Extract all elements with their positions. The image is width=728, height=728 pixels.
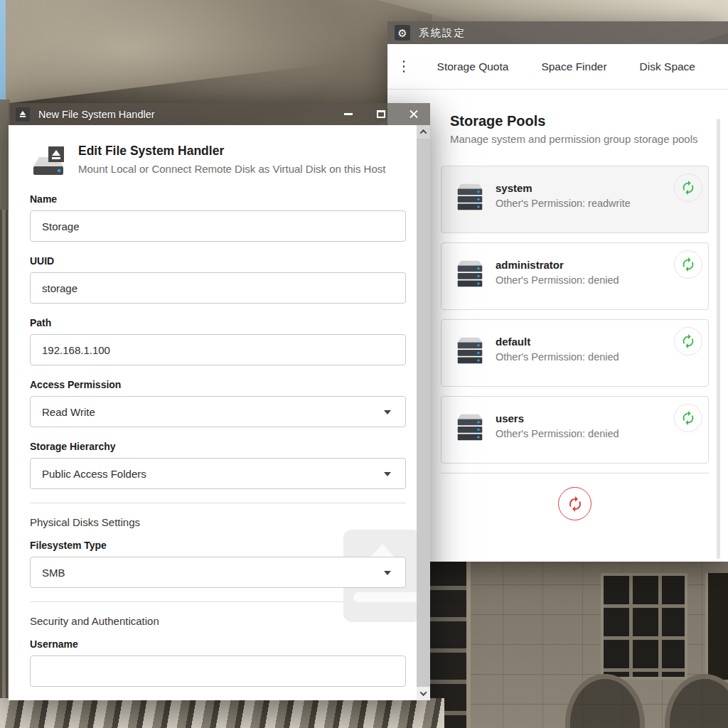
divider <box>30 503 406 503</box>
building-window <box>601 573 687 680</box>
pool-name: default <box>496 336 619 348</box>
settings-titlebar[interactable]: ⚙ 系統設定 <box>387 21 728 44</box>
storage-pool-card[interactable]: default Other's Permission: denied <box>441 319 709 387</box>
storage-hierarchy-label: Storage Hierarchy <box>30 441 406 452</box>
storage-pools-panel: Storage Pools Manage system and permissi… <box>387 90 728 520</box>
scroll-down-icon[interactable] <box>417 687 430 700</box>
disk-eject-icon <box>30 142 67 179</box>
server-icon <box>454 181 486 213</box>
pool-permission: Other's Permission: denied <box>496 351 619 363</box>
filesystem-type-label: Filesystem Type <box>30 540 406 551</box>
uuid-field-group: UUID <box>30 255 406 304</box>
section-security: Security and Authentication <box>30 615 406 627</box>
refresh-pool-button[interactable] <box>674 404 702 432</box>
page-title: Storage Pools <box>450 113 728 129</box>
server-icon <box>454 334 486 367</box>
form-header: Edit File System Handler Mount Local or … <box>30 142 406 179</box>
access-permission-group: Access Permission Read Write <box>30 379 406 427</box>
name-label: Name <box>30 193 406 205</box>
settings-toolbar: Storage Quota Space Finder Disk Space <box>387 44 728 90</box>
refresh-all-button[interactable] <box>558 487 592 520</box>
storage-pool-card[interactable]: administrator Other's Permission: denied <box>441 242 709 310</box>
name-input[interactable] <box>30 210 406 242</box>
name-field-group: Name <box>30 193 406 242</box>
form-title: Edit File System Handler <box>78 144 385 159</box>
tab-disk-space[interactable]: Disk Space <box>640 60 695 73</box>
pool-permission: Other's Permission: denied <box>496 428 619 439</box>
server-icon <box>454 411 486 444</box>
refresh-pool-button[interactable] <box>674 173 702 202</box>
dialog-scrollbar[interactable] <box>417 125 430 700</box>
storage-pool-card[interactable]: users Other's Permission: denied <box>441 396 709 464</box>
close-icon[interactable] <box>409 109 419 119</box>
dialog-title: New File System Handler <box>38 109 321 120</box>
pool-name: administrator <box>496 259 619 271</box>
divider <box>441 473 709 473</box>
chevron-down-icon <box>384 472 391 476</box>
pool-name: users <box>496 412 619 424</box>
pool-name: system <box>496 182 631 194</box>
page-subtitle: Manage system and permission group stora… <box>450 133 728 145</box>
refresh-icon <box>680 410 696 426</box>
access-permission-select[interactable]: Read Write <box>30 396 406 427</box>
path-label: Path <box>30 317 406 328</box>
username-field-group: Username <box>30 638 406 687</box>
tab-space-finder[interactable]: Space Finder <box>541 60 606 73</box>
dialog-body: Edit File System Handler Mount Local or … <box>9 125 430 700</box>
settings-window: ⚙ 系統設定 Storage Quota Space Finder Disk S… <box>387 21 728 562</box>
stair-moulding <box>0 698 444 728</box>
access-permission-label: Access Permission <box>30 379 406 390</box>
storage-hierarchy-select[interactable]: Public Access Folders <box>30 458 406 489</box>
storage-hierarchy-group: Storage Hierarchy Public Access Folders <box>30 441 406 489</box>
file-system-dialog: New File System Handler <box>9 103 430 700</box>
dialog-titlebar[interactable]: New File System Handler <box>9 103 430 125</box>
settings-window-title: 系統設定 <box>419 26 466 40</box>
settings-scrollbar[interactable] <box>717 119 720 559</box>
uuid-label: UUID <box>30 255 406 267</box>
section-physical-disks: Physical Disks Settings <box>30 516 406 528</box>
pool-permission: Other's Permission: denied <box>496 274 619 286</box>
scroll-up-icon[interactable] <box>417 125 430 139</box>
filesystem-type-select[interactable]: SMB <box>30 557 406 588</box>
refresh-pool-button[interactable] <box>674 327 702 355</box>
eject-icon <box>16 107 30 122</box>
maximize-icon[interactable] <box>376 109 386 119</box>
username-input[interactable] <box>30 655 406 687</box>
window-controls <box>321 109 419 119</box>
minimize-icon[interactable] <box>343 109 353 119</box>
refresh-icon <box>567 496 584 513</box>
settings-body: Storage Quota Space Finder Disk Space St… <box>387 44 728 562</box>
building-window <box>705 573 728 680</box>
storage-pool-card[interactable]: system Other's Permission: readwrite <box>441 166 709 233</box>
gear-icon: ⚙ <box>395 25 410 41</box>
pool-permission: Other's Permission: readwrite <box>496 198 631 209</box>
chevron-down-icon <box>384 571 391 575</box>
refresh-pool-button[interactable] <box>674 250 702 279</box>
chevron-down-icon <box>384 410 391 414</box>
refresh-icon <box>680 333 696 349</box>
desktop: ⚙ 系統設定 Storage Quota Space Finder Disk S… <box>0 0 728 728</box>
server-icon <box>454 257 486 290</box>
form-subtitle: Mount Local or Connect Remote Disk as Vi… <box>78 163 385 175</box>
username-label: Username <box>30 638 406 650</box>
filesystem-type-group: Filesystem Type SMB <box>30 540 406 588</box>
tab-storage-quota[interactable]: Storage Quota <box>437 60 509 73</box>
menu-icon[interactable] <box>403 60 405 73</box>
path-field-group: Path <box>30 317 406 365</box>
refresh-icon <box>680 180 696 196</box>
pool-list: system Other's Permission: readwrite <box>441 166 709 520</box>
uuid-input[interactable] <box>30 272 406 304</box>
path-input[interactable] <box>30 334 406 365</box>
tab-bar: Storage Quota Space Finder Disk Space <box>437 60 728 73</box>
refresh-icon <box>680 257 696 272</box>
